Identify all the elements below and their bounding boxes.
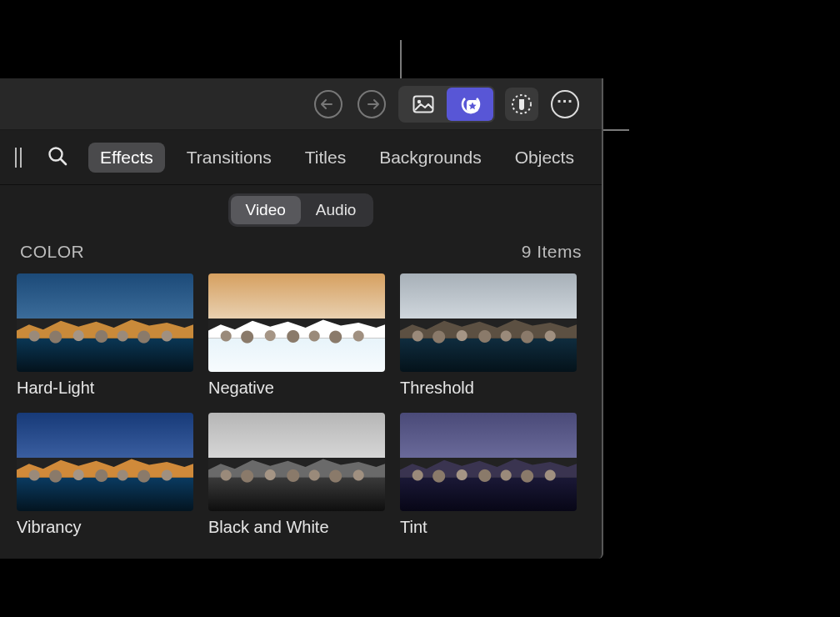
effect-label: Tint — [400, 518, 577, 537]
badge-dotted-icon — [510, 93, 533, 116]
svg-line-5 — [61, 159, 66, 164]
browser-mode-segmented — [398, 86, 495, 123]
media-type-segment-row: VideoAudio — [0, 185, 602, 233]
browser-panel: ··· EffectsTransitionsTitlesBackgroundsO… — [0, 78, 603, 559]
effects-browser-button[interactable] — [447, 88, 493, 121]
effect-thumbnail — [400, 273, 577, 372]
effect-label: Hard-Light — [17, 379, 193, 398]
tab-objects[interactable]: Objects — [503, 143, 586, 173]
effect-label: Negative — [208, 379, 385, 398]
redo-button[interactable] — [355, 88, 388, 121]
effect-card[interactable]: Vibrancy — [17, 413, 193, 537]
ellipsis-icon: ··· — [551, 90, 579, 118]
effect-thumbnail — [17, 273, 193, 372]
effect-label: Threshold — [400, 379, 577, 398]
effect-thumbnail — [17, 413, 193, 511]
effect-card[interactable]: Threshold — [400, 273, 577, 398]
media-browser-button[interactable] — [400, 88, 447, 121]
effect-thumbnail — [208, 413, 385, 511]
section-title: COLOR — [20, 242, 84, 262]
effect-thumbnail — [208, 273, 385, 372]
section-item-count: 9 Items — [522, 242, 582, 262]
search-icon — [47, 145, 68, 167]
undo-icon — [314, 90, 342, 118]
effects-star-icon — [458, 93, 482, 115]
effect-card[interactable]: Negative — [208, 273, 385, 398]
effect-card[interactable]: Hard-Light — [17, 273, 193, 398]
effect-label: Vibrancy — [17, 518, 193, 537]
effect-card[interactable]: Black and White — [208, 413, 385, 537]
undo-button[interactable] — [312, 88, 345, 121]
svg-rect-0 — [414, 96, 433, 112]
callout-line-vertical — [400, 40, 402, 83]
redo-icon — [358, 90, 386, 118]
segment-video[interactable]: Video — [231, 196, 301, 224]
image-icon — [412, 95, 434, 113]
toolbar: ··· — [0, 78, 602, 130]
search-button[interactable] — [47, 145, 68, 170]
effect-label: Black and White — [208, 518, 385, 537]
section-header: COLOR 9 Items — [0, 233, 602, 273]
media-type-segmented: VideoAudio — [228, 193, 374, 227]
browser-tabs: EffectsTransitionsTitlesBackgroundsObjec… — [0, 130, 602, 185]
svg-point-1 — [418, 99, 421, 103]
more-button[interactable]: ··· — [548, 88, 582, 121]
segment-audio[interactable]: Audio — [301, 196, 372, 224]
effect-thumbnail — [400, 413, 577, 511]
tab-transitions[interactable]: Transitions — [175, 143, 283, 173]
effects-grid: Hard-LightNegativeThresholdVibrancyBlack… — [0, 273, 602, 559]
tab-effects[interactable]: Effects — [88, 143, 165, 173]
effect-card[interactable]: Tint — [400, 413, 577, 537]
keyframe-button[interactable] — [505, 88, 538, 121]
tab-backgrounds[interactable]: Backgrounds — [368, 143, 493, 173]
panel-drag-handle[interactable] — [15, 148, 27, 168]
tab-titles[interactable]: Titles — [293, 143, 358, 173]
